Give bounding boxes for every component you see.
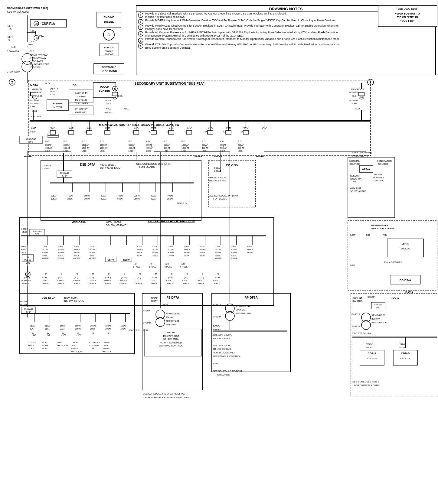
svg-text:SIZE4: SIZE4: [58, 249, 64, 251]
svg-text:96FLA: 96FLA: [183, 282, 189, 285]
svg-text:⊗: ⊗: [107, 332, 109, 335]
svg-text:↓: ↓: [69, 144, 70, 148]
svg-text:W/GFP: W/GFP: [57, 257, 64, 259]
tie-cb-label: TIE CB "LTA": [351, 88, 365, 91]
svg-text:400AF: 400AF: [167, 195, 174, 197]
note-1: Provide M1 Electrical Interlock With S1 …: [145, 12, 287, 15]
eo-gb: E.O.: [118, 95, 123, 97]
svg-text:SA-1: SA-1: [198, 279, 202, 281]
xfmr-df8a: XFMR-DF8A: [236, 305, 250, 307]
pp-df6a-label: PP-DF6A: [226, 163, 238, 166]
cdp-b-label: CDP-B: [401, 352, 410, 355]
svg-text:252W: 252W: [152, 255, 158, 257]
svg-rect-488: [87, 131, 92, 134]
svg-text:3Ø, 3W, 65 KAIC: 3Ø, 3W, 65 KAIC: [350, 190, 366, 192]
svg-rect-486: [50, 131, 56, 134]
svg-text:800AF: 800AF: [45, 144, 52, 146]
svg-text:S=208A: S=208A: [143, 321, 152, 324]
svg-text:04B: 04B: [226, 126, 231, 129]
svg-text:SIZE4: SIZE4: [42, 249, 48, 251]
svg-text:CT-4: CT-4: [182, 279, 187, 281]
svg-text:↓: ↓: [133, 144, 135, 148]
svg-text:250AT: 250AT: [67, 198, 74, 200]
svg-text:02A: 02A: [51, 126, 56, 129]
svg-text:100AT: 100AT: [75, 328, 81, 330]
svg-text:LOAD BANK: LOAD BANK: [101, 70, 117, 73]
svg-text:⊗: ⊗: [123, 272, 126, 275]
note-3: Provide Priority Load Shed Controls for …: [145, 24, 340, 27]
svg-text:(75): (75): [200, 276, 204, 279]
svg-text:400AF: 400AF: [366, 343, 373, 345]
svg-text:2: 2: [370, 81, 371, 84]
svg-rect-47: [47, 100, 69, 110]
svg-text:CONTROL: CONTROL: [374, 180, 384, 182]
svg-text:SIZE5: SIZE5: [152, 249, 159, 251]
svg-text:AHU-1,2,3,4: AHU-1,2,3,4: [57, 344, 69, 346]
svg-text:02B: 02B: [69, 126, 74, 129]
svg-text:⊗: ⊗: [77, 332, 79, 335]
svg-text:300KVA: 300KVA: [236, 308, 245, 311]
svg-text:LSIG: LSIG: [129, 150, 133, 152]
svg-text:150A: 150A: [200, 245, 205, 248]
spare-2: SPARE: [194, 155, 203, 158]
svg-text:6 POLE: 6 POLE: [149, 266, 156, 268]
svg-text:(75): (75): [215, 276, 220, 279]
svg-text:ISOLATION: ISOLATION: [350, 178, 361, 180]
svg-text:250AT: 250AT: [167, 198, 174, 200]
generator-symbol: G: [107, 33, 110, 37]
svg-text:RECEPTACLE CONTROL: RECEPTACLE CONTROL: [213, 355, 241, 358]
svg-text:SSOL: SSOL: [74, 255, 80, 257]
svg-text:800AT: 800AT: [214, 170, 221, 172]
svg-text:VFD: VFD: [26, 262, 30, 264]
svg-text:208/120V, 3Ø, 4W: 208/120V, 3Ø, 4W: [351, 332, 371, 335]
svg-text:100AT: 100AT: [120, 328, 127, 330]
svg-text:TRIP UNITS: TRIP UNITS: [74, 102, 88, 105]
svg-text:W/GFP: W/GFP: [230, 257, 237, 259]
svg-text:↓: ↓: [51, 144, 53, 148]
nc-label: N.C.: [11, 46, 16, 48]
svg-text:600AF: 600AF: [101, 195, 107, 197]
svg-text:4000 AT: 4000 AT: [30, 102, 39, 105]
svg-rect-205: [20, 218, 274, 305]
svg-text:1600 AT: 1600 AT: [100, 147, 108, 149]
mb-rating: 4000AE: [30, 99, 39, 102]
svg-text:40AT: 40AT: [30, 328, 35, 330]
svg-text:⊗: ⊗: [47, 332, 49, 335]
svg-text:SOURCE: SOURCE: [378, 163, 388, 165]
svg-text:175AT: 175AT: [51, 198, 57, 200]
svg-rect-489: [105, 131, 110, 134]
svg-text:E.O.: E.O.: [100, 140, 104, 142]
svg-text:252W: 252W: [168, 255, 174, 257]
svg-text:500AF: 500AF: [368, 296, 375, 298]
svg-text:3Ø, 4W, 10 KAIC: 3Ø, 4W, 10 KAIC: [213, 348, 231, 350]
df5a-label: N.O.: [106, 107, 111, 110]
rp-schedule: SEE SCHEDULE RP-DF8A: [213, 370, 243, 372]
svg-text:400AF: 400AF: [67, 195, 74, 197]
svg-text:ATS: ATS: [352, 180, 356, 183]
svg-rect-499: [112, 92, 118, 96]
svg-text:↓3R: ↓3R: [165, 263, 169, 265]
sus-f1a-title: SECONDARY UNIT SUBSTATION "SUS-F1A": [134, 82, 204, 85]
svg-text:FVNR: FVNR: [168, 252, 174, 254]
svg-text:CT-1: CT-1: [135, 279, 139, 281]
svg-text:3Ø, 3W, 65 KAIC: 3Ø, 3W, 65 KAIC: [64, 299, 84, 302]
svg-rect-496: [243, 131, 249, 134]
svg-text:96FLA: 96FLA: [58, 282, 64, 285]
no-label-1: N.O.: [30, 30, 34, 32]
svg-text:SPD: SPD: [28, 141, 34, 143]
svg-text:SCREEN: SCREEN: [99, 89, 110, 92]
svg-text:1200AF: 1200AF: [213, 324, 221, 327]
svg-text:(75): (75): [152, 276, 157, 279]
svg-text:E.O.: E.O.: [238, 140, 242, 142]
svg-text:400AF: 400AF: [117, 195, 124, 197]
svg-text:METER: METER: [54, 106, 62, 109]
svg-text:E.O.: E.O.: [181, 140, 186, 142]
svg-text:04D: 04D: [262, 126, 267, 129]
engine-label: ENGINE: [104, 16, 114, 19]
svg-text:⊗: ⊗: [108, 272, 110, 275]
svg-text:EF-1: EF-1: [213, 279, 218, 281]
svg-text:E.O.: E.O.: [129, 140, 133, 142]
bacnet-label: BACNET IP: [75, 92, 87, 94]
svg-text:42 Circuit: 42 Circuit: [367, 357, 378, 360]
svg-text:P=90A: P=90A: [143, 309, 150, 312]
